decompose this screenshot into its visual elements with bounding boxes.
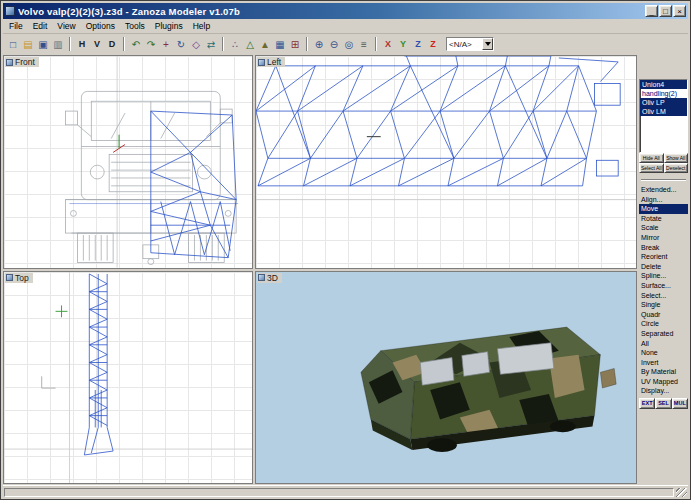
command-item[interactable]: Mirror	[639, 233, 688, 243]
toolbar-icon[interactable]: ▣	[36, 37, 50, 51]
toolbar-icon[interactable]: Z	[426, 37, 440, 51]
minimize-button[interactable]: _	[645, 5, 658, 17]
toolbar-file-group: □▤▣▥	[6, 37, 65, 51]
viewport-icon	[6, 274, 13, 281]
axis-gizmo	[56, 305, 68, 317]
object-list-item[interactable]: Oliv LP	[640, 98, 687, 107]
command-item[interactable]: Delete	[639, 262, 688, 272]
object-list-item[interactable]: Oliv LM	[640, 107, 687, 116]
toolbar-separator	[375, 37, 377, 51]
selection-button[interactable]: Deselect	[664, 163, 689, 173]
command-item[interactable]: Move	[639, 204, 688, 214]
mode-button[interactable]: EXT	[639, 398, 655, 409]
status-text	[4, 488, 674, 497]
menu-item[interactable]: File	[4, 20, 28, 32]
command-item[interactable]: Circle	[639, 319, 688, 329]
left-viewport-canvas[interactable]	[256, 56, 636, 268]
viewport-top[interactable]: Top	[3, 271, 253, 485]
front-viewport-canvas[interactable]	[4, 56, 252, 268]
toolbar-icon[interactable]: ⊞	[288, 37, 302, 51]
toolbar-icon[interactable]: ↷	[144, 37, 158, 51]
command-item[interactable]: Surface...	[639, 281, 688, 291]
command-item[interactable]: Separated	[639, 329, 688, 339]
toolbar-icon[interactable]: ↶	[129, 37, 143, 51]
toolbar-letter-button[interactable]: V	[90, 37, 104, 51]
toolbar-icon[interactable]: X	[381, 37, 395, 51]
toolbar-icon[interactable]: ▦	[273, 37, 287, 51]
toolbar-icon[interactable]: ⊖	[327, 37, 341, 51]
command-item[interactable]: Quadr	[639, 310, 688, 320]
command-item[interactable]: By Material	[639, 367, 688, 377]
maximize-button[interactable]: □	[659, 5, 672, 17]
front-wireframe-mesh	[69, 111, 238, 258]
toolbar-icon[interactable]: Z	[411, 37, 425, 51]
command-item[interactable]: None	[639, 348, 688, 358]
command-item[interactable]: Rotate	[639, 214, 688, 224]
command-item[interactable]: Reorient	[639, 252, 688, 262]
status-bar	[3, 485, 688, 497]
toolbar-icon[interactable]: ∴	[228, 37, 242, 51]
3d-viewport-canvas[interactable]	[256, 272, 636, 484]
viewport-label: 3D	[267, 273, 278, 283]
command-item[interactable]: Display...	[639, 386, 688, 396]
toolbar-letter-button[interactable]: D	[105, 37, 119, 51]
toolbar-icon[interactable]: ◎	[342, 37, 356, 51]
toolbar-icon[interactable]: ⇄	[204, 37, 218, 51]
object-list-item[interactable]: Union4	[640, 80, 687, 89]
menu-item[interactable]: View	[52, 20, 80, 32]
toolbar-icon[interactable]: ▤	[21, 37, 35, 51]
menu-item[interactable]: Options	[81, 20, 120, 32]
viewport-label-top[interactable]: Top	[5, 273, 33, 283]
sidebar-panel: Union4handling(2)Oliv LPOliv LM Hide All…	[639, 55, 688, 484]
command-item[interactable]: Scale	[639, 223, 688, 233]
toolbar-letter-button[interactable]: H	[75, 37, 89, 51]
mode-button[interactable]: MUL	[672, 398, 688, 409]
object-list-item[interactable]: handling(2)	[640, 89, 687, 98]
resize-grip[interactable]	[676, 488, 687, 497]
toolbar-icon[interactable]: ▲	[258, 37, 272, 51]
object-list[interactable]: Union4handling(2)Oliv LPOliv LM	[639, 79, 688, 153]
visibility-button[interactable]: Hide All	[639, 153, 664, 163]
command-item[interactable]: All	[639, 339, 688, 349]
toolbar-icon[interactable]: □	[6, 37, 20, 51]
command-item[interactable]: Single	[639, 300, 688, 310]
viewport-label-3d[interactable]: 3D	[257, 273, 282, 283]
viewport-3d[interactable]: 3D	[255, 271, 637, 485]
toolbar-icon[interactable]: +	[159, 37, 173, 51]
menu-item[interactable]: Help	[188, 20, 215, 32]
toolbar-icon[interactable]: ▥	[51, 37, 65, 51]
command-item[interactable]: Align...	[639, 195, 688, 205]
top-viewport-canvas[interactable]	[4, 272, 252, 484]
viewport-icon	[258, 59, 265, 66]
mode-button[interactable]: SEL	[655, 398, 671, 409]
toolbar-icon[interactable]: Y	[396, 37, 410, 51]
toolbar-icon[interactable]: △	[243, 37, 257, 51]
window-controls: _ □ ×	[645, 5, 686, 17]
toolbar-mesh-group: ∴△▲▦⊞	[228, 37, 302, 51]
menu-item[interactable]: Tools	[120, 20, 150, 32]
toolbar-icon[interactable]: ≡	[357, 37, 371, 51]
toolbar-separator	[123, 37, 125, 51]
selection-button[interactable]: Select All	[639, 163, 664, 173]
command-item[interactable]: Select...	[639, 291, 688, 301]
command-item[interactable]: Break	[639, 243, 688, 253]
command-item[interactable]: Invert	[639, 358, 688, 368]
viewport-label-left[interactable]: Left	[257, 57, 285, 67]
toolbar-icon[interactable]: ◇	[189, 37, 203, 51]
viewport-left[interactable]: Left	[255, 55, 637, 269]
close-button[interactable]: ×	[673, 5, 686, 17]
command-item[interactable]: Spline...	[639, 271, 688, 281]
toolbar-icon[interactable]: ⊕	[312, 37, 326, 51]
toolbar-icon[interactable]: ↻	[174, 37, 188, 51]
command-item[interactable]: UV Mapped	[639, 377, 688, 387]
menu-item[interactable]: Edit	[28, 20, 53, 32]
command-item[interactable]: Extended...	[639, 185, 688, 195]
viewport-label-front[interactable]: Front	[5, 57, 39, 67]
viewport-front[interactable]: Front	[3, 55, 253, 269]
material-dropdown[interactable]: <N/A>	[446, 37, 494, 51]
chevron-down-icon[interactable]	[482, 38, 493, 50]
menu-item[interactable]: Plugins	[150, 20, 188, 32]
app-window: Volvo valp(2)(2)(3).z3d - Zanoza Modeler…	[0, 0, 691, 500]
visibility-button[interactable]: Show All	[664, 153, 689, 163]
titlebar[interactable]: Volvo valp(2)(2)(3).z3d - Zanoza Modeler…	[3, 3, 688, 19]
